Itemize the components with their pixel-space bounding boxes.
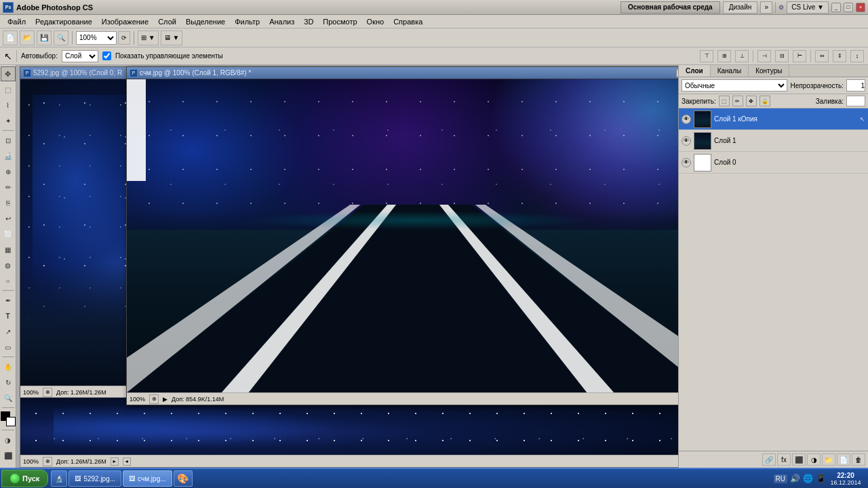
autoselect-dropdown[interactable]: Слой Группа <box>62 50 98 62</box>
design-btn[interactable]: Дизайн <box>723 1 758 14</box>
tool-browse[interactable]: 🔍 <box>54 30 68 45</box>
menu-3d[interactable]: 3D <box>299 16 318 27</box>
menu-view[interactable]: Просмотр <box>318 16 361 27</box>
eraser-tool[interactable]: ⬜ <box>1 226 16 241</box>
fill-input[interactable] <box>846 96 865 106</box>
opacity-input[interactable] <box>846 79 865 92</box>
menu-layer[interactable]: Слой <box>153 16 181 27</box>
taskbar-item-0[interactable]: 🖼 5292.jpg... <box>68 470 121 487</box>
move-tool[interactable]: ✥ <box>1 66 16 81</box>
layer-item-2[interactable]: 👁 Слой 0 <box>679 152 868 174</box>
crop-tool[interactable]: ⊡ <box>1 133 16 148</box>
doc-fg-canvas[interactable] <box>127 79 678 392</box>
bottom-scroll-left[interactable]: ◄ <box>123 458 131 466</box>
bottom-nav-btn[interactable]: ► <box>111 458 119 466</box>
menu-select[interactable]: Выделение <box>181 16 230 27</box>
mask-btn[interactable]: ◑ <box>1 432 16 447</box>
layer-item-1[interactable]: 👁 Слой 1 <box>679 130 868 152</box>
arrange-btn[interactable]: ⊞ ▼ <box>138 30 159 45</box>
tab-channels[interactable]: Каналы <box>711 65 749 77</box>
minimize-btn[interactable]: _ <box>831 3 841 12</box>
taskbar-item-1[interactable]: 🖼 счм.jpg... <box>123 470 172 487</box>
tool-new[interactable]: 📄 <box>3 30 18 45</box>
panel-new-layer-btn[interactable]: 📄 <box>837 453 850 466</box>
close-btn[interactable]: × <box>856 3 865 12</box>
blur-tool[interactable]: ◍ <box>1 258 16 272</box>
dist-h[interactable]: ⇔ <box>815 50 829 62</box>
show-controls-checkbox[interactable] <box>102 52 111 60</box>
hand-tool[interactable]: ✋ <box>1 359 16 374</box>
tab-layers[interactable]: Слои <box>679 65 711 77</box>
lasso-tool[interactable]: ⌇ <box>1 98 16 113</box>
lock-transparent[interactable]: ⬚ <box>719 96 730 106</box>
menu-analyze[interactable]: Анализ <box>264 16 299 27</box>
workspace-btn[interactable]: Основная рабочая среда <box>620 1 720 14</box>
heal-tool[interactable]: ⊕ <box>1 164 16 179</box>
panel-folder-btn[interactable]: 📁 <box>822 453 835 466</box>
history-tool[interactable]: ↩ <box>1 211 16 226</box>
doc-bg-zoom-btn[interactable]: ⊕ <box>43 388 52 397</box>
lock-image[interactable]: ✏ <box>732 96 743 106</box>
layer-visibility-0[interactable]: 👁 <box>682 115 691 124</box>
eyedropper-tool[interactable]: 🔬 <box>1 148 16 163</box>
taskbar-app-icon[interactable]: 🔬 <box>51 470 67 487</box>
color-swatches[interactable] <box>1 411 16 426</box>
dist-v[interactable]: ⇕ <box>833 50 846 62</box>
menu-file[interactable]: Файл <box>3 16 31 27</box>
bg-color[interactable] <box>6 417 16 426</box>
tool-save[interactable]: 💾 <box>37 30 52 45</box>
panel-link-btn[interactable]: 🔗 <box>762 453 776 466</box>
menu-image[interactable]: Изображение <box>97 16 153 27</box>
align-right[interactable]: ⊢ <box>793 50 806 62</box>
align-top[interactable]: ⊤ <box>700 50 713 62</box>
stamp-tool[interactable]: ⎘ <box>1 195 16 210</box>
menu-edit[interactable]: Редактирование <box>31 16 97 27</box>
gradient-tool[interactable]: ▦ <box>1 242 16 257</box>
layer-visibility-1[interactable]: 👁 <box>682 136 691 146</box>
brush-tool[interactable]: ✏ <box>1 180 16 195</box>
dodge-tool[interactable]: ○ <box>1 273 16 288</box>
doc-fg-min[interactable]: _ <box>676 69 678 77</box>
zoom-selector[interactable]: 100% <box>76 31 117 45</box>
layer-visibility-2[interactable]: 👁 <box>682 158 691 167</box>
taskbar-ps-btn[interactable]: 🎨 <box>174 470 193 487</box>
zoom-tool[interactable]: 🔍 <box>1 390 16 405</box>
blend-mode-select[interactable]: Обычные Умножение <box>682 79 787 92</box>
menu-window[interactable]: Окно <box>362 16 389 27</box>
doc-fg-zoom-btn[interactable]: ⊕ <box>149 394 159 404</box>
wand-tool[interactable]: ✦ <box>1 113 16 128</box>
tool-open[interactable]: 📂 <box>20 30 35 45</box>
lock-position[interactable]: ✥ <box>746 96 757 106</box>
marquee-tool[interactable]: ⬚ <box>1 82 16 97</box>
type-tool[interactable]: T <box>1 308 16 323</box>
screen-mode-btn[interactable]: ⬛ <box>1 448 16 463</box>
panel-adjust-btn[interactable]: ◑ <box>807 453 821 466</box>
heal-icon: ⊕ <box>5 168 11 176</box>
tab-paths[interactable]: Контуры <box>749 65 789 77</box>
bottom-zoom-btn[interactable]: ⊕ <box>43 457 52 466</box>
align-left[interactable]: ⊣ <box>757 50 771 62</box>
system-tray: RU 🔊 🌐 📱 22:20 16.12.2014 <box>768 472 868 486</box>
panel-delete-btn[interactable]: 🗑 <box>852 453 865 466</box>
triangle-btn[interactable]: ▶ <box>163 396 167 403</box>
zoom-btn[interactable]: ⟳ <box>118 31 130 45</box>
cs-live-btn[interactable]: CS Live ▼ <box>787 1 829 14</box>
panel-mask-btn[interactable]: ⬛ <box>792 453 806 466</box>
maximize-btn[interactable]: □ <box>844 3 853 12</box>
extend-btn[interactable]: » <box>760 1 772 14</box>
pen-tool[interactable]: ✒ <box>1 293 16 308</box>
lock-all[interactable]: 🔒 <box>760 96 770 106</box>
shape-tool[interactable]: ▭ <box>1 340 16 354</box>
align-vcenter[interactable]: ⊞ <box>717 50 731 62</box>
align-bottom[interactable]: ⊥ <box>735 50 749 62</box>
menu-help[interactable]: Справка <box>389 16 427 27</box>
dist-extra[interactable]: ↨ <box>850 50 864 62</box>
layer-item-0[interactable]: 👁 Слой 1 кОпия ↖ <box>679 108 868 130</box>
start-button[interactable]: Пуск <box>1 470 48 487</box>
align-hcenter[interactable]: ⊟ <box>775 50 789 62</box>
menu-filter[interactable]: Фильтр <box>230 16 264 27</box>
screen-btn[interactable]: 🖥 ▼ <box>161 30 183 45</box>
rotate-tool[interactable]: ↻ <box>1 375 16 390</box>
path-tool[interactable]: ↗ <box>1 324 16 339</box>
panel-styles-btn[interactable]: fx <box>777 453 791 466</box>
